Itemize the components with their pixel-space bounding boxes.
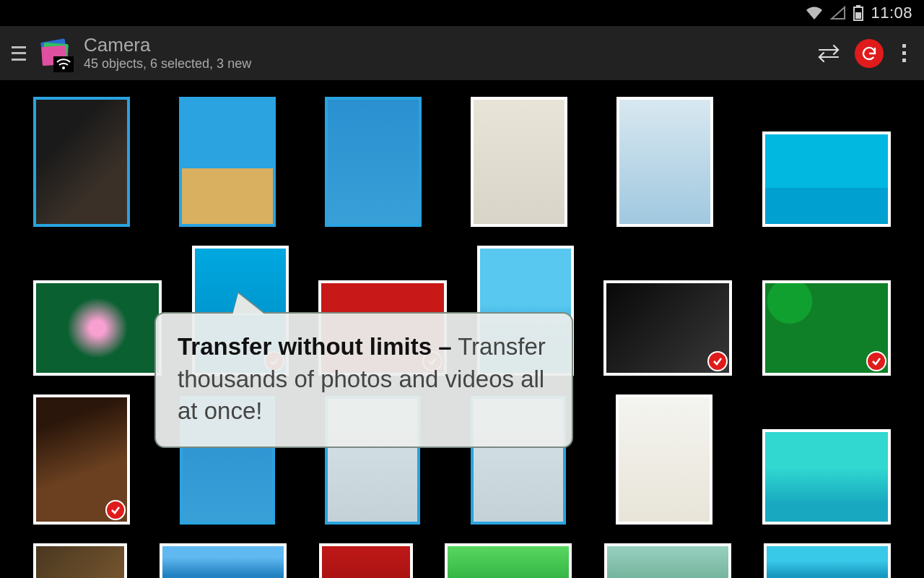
photo-thumbnail[interactable] — [319, 543, 413, 578]
transfer-button[interactable] — [814, 39, 843, 68]
photo-thumbnail[interactable] — [762, 131, 891, 227]
system-status-bar: 11:08 — [0, 0, 924, 26]
selected-check-icon — [105, 500, 126, 520]
photo-thumbnail[interactable] — [33, 543, 127, 578]
svg-rect-1 — [856, 5, 860, 7]
photo-thumbnail[interactable] — [603, 280, 732, 376]
svg-point-6 — [62, 66, 65, 69]
overflow-menu-button[interactable] — [895, 44, 912, 62]
battery-icon — [853, 5, 863, 21]
photo-grid: Transfer without limits – Transfer thous… — [0, 81, 924, 578]
photo-thumbnail[interactable] — [616, 394, 712, 525]
page-subtitle: 45 objects, 6 selected, 3 new — [84, 56, 251, 72]
status-clock: 11:08 — [871, 4, 912, 22]
grid-row — [33, 97, 891, 227]
promo-callout: Transfer without limits – Transfer thous… — [154, 312, 573, 448]
photo-thumbnail[interactable] — [616, 97, 713, 227]
photo-thumbnail[interactable] — [179, 97, 276, 227]
photo-thumbnail[interactable] — [764, 543, 891, 578]
page-title: Camera — [84, 35, 251, 56]
callout-headline: Transfer without limits – — [178, 333, 452, 360]
photo-thumbnail[interactable] — [604, 543, 731, 578]
photo-thumbnail[interactable] — [33, 97, 130, 227]
wifi-icon — [806, 6, 823, 20]
photo-thumbnail[interactable] — [445, 543, 572, 578]
photo-thumbnail[interactable] — [33, 394, 130, 525]
menu-icon[interactable] — [12, 46, 26, 61]
photo-thumbnail[interactable] — [160, 543, 287, 578]
grid-row — [33, 543, 891, 578]
app-action-bar: Camera 45 objects, 6 selected, 3 new — [0, 26, 924, 81]
svg-rect-2 — [855, 12, 861, 19]
photo-thumbnail[interactable] — [325, 97, 422, 227]
photo-thumbnail[interactable] — [762, 280, 891, 376]
title-block: Camera 45 objects, 6 selected, 3 new — [84, 35, 251, 72]
selected-check-icon — [866, 351, 886, 371]
cell-signal-icon — [830, 6, 846, 20]
photo-thumbnail[interactable] — [471, 97, 567, 227]
photo-thumbnail[interactable] — [762, 429, 891, 525]
sync-button[interactable] — [855, 39, 884, 68]
photo-thumbnail[interactable] — [33, 280, 162, 376]
app-icon[interactable] — [38, 36, 72, 71]
